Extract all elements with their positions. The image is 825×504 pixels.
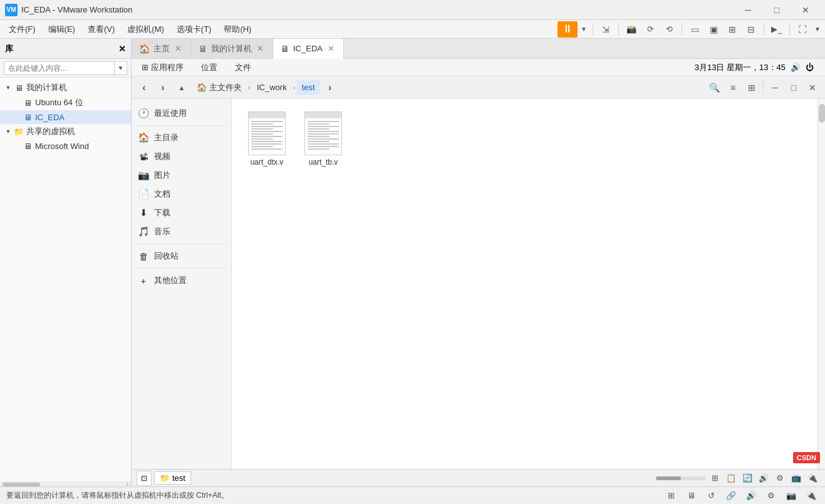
place-recent[interactable]: 🕐 最近使用 (132, 104, 231, 123)
place-music[interactable]: 🎵 音乐 (132, 222, 231, 241)
window-close-button[interactable]: ✕ (804, 79, 821, 96)
sidebar-item-shared-vms[interactable]: ▼ 📁 共享的虚拟机 (0, 124, 131, 139)
terminal-button[interactable]: ▶_ (768, 21, 786, 38)
vm-folder-button[interactable]: 📁 test (154, 471, 191, 485)
nav-parent-button[interactable]: ▲ (173, 79, 190, 96)
status-usb-btn[interactable]: 🔌 (804, 489, 819, 503)
vm-files-button[interactable]: 文件 (231, 61, 255, 75)
search-button[interactable]: 🔍 (705, 79, 723, 96)
nav-forward-button[interactable]: › (154, 79, 172, 96)
place-pictures[interactable]: 📷 图片 (132, 166, 231, 185)
status-grid-btn[interactable]: ⊞ (663, 489, 678, 503)
place-home[interactable]: 🏠 主目录 (132, 128, 231, 147)
dropdown-btn[interactable]: ▼ (579, 21, 589, 38)
file-item-uart-dtx[interactable]: uart_dtx.v (242, 109, 292, 169)
list-view-button[interactable]: ≡ (724, 79, 742, 96)
status-network-btn[interactable]: 🔗 (724, 489, 739, 503)
grid-view-button[interactable]: ⊞ (743, 79, 760, 96)
fullscreen-button[interactable]: ⛶ (794, 21, 811, 38)
menu-file[interactable]: 文件(F) (3, 21, 42, 38)
documents-icon: 📄 (138, 188, 149, 200)
vm-slider[interactable] (656, 476, 706, 480)
menu-help[interactable]: 帮助(H) (217, 21, 257, 38)
sidebar-scroll-right[interactable]: › (127, 481, 128, 486)
vm-detach-button[interactable]: ⊡ (137, 471, 152, 486)
vm-sound-btn[interactable]: 🔊 (756, 471, 771, 485)
vm-plug-btn[interactable]: 🔌 (805, 471, 820, 485)
status-message: 要返回到您的计算机，请将鼠标指针从虚拟机中移出或按 Ctrl+Alt。 (6, 490, 229, 501)
close-button[interactable]: ✕ (791, 0, 820, 20)
layout4-button[interactable]: ⊟ (742, 21, 760, 38)
power-icon[interactable]: ⏻ (806, 63, 814, 72)
sidebar-search-input[interactable] (4, 61, 115, 75)
tab-home[interactable]: 🏠 主页 ✕ (132, 39, 191, 58)
vm-bottom-right: ⊞ 📋 🔄 🔊 ⚙ 📺 🔌 (656, 471, 820, 485)
sidebar-item-my-computer[interactable]: ▼ 🖥 我的计算机 (0, 80, 131, 95)
line12 (251, 148, 283, 150)
menu-edit[interactable]: 编辑(E) (42, 21, 81, 38)
sidebar-close[interactable]: ✕ (118, 44, 126, 54)
window-minimize-button[interactable]: ─ (766, 79, 784, 96)
vm-printer-btn[interactable]: 📺 (789, 471, 804, 485)
sidebar-search-area: ▼ (0, 59, 131, 78)
sound-icon[interactable]: 🔊 (791, 63, 801, 72)
ic-eda-icon: 🖥 (23, 112, 33, 122)
sidebar-item-ubuntu[interactable]: 🖥 Ubuntu 64 位 (0, 95, 131, 110)
line10 (251, 143, 283, 145)
tab-my-computer[interactable]: 🖥 我的计算机 ✕ (191, 39, 273, 58)
layout1-button[interactable]: ▭ (686, 21, 703, 38)
breadcrumb-more[interactable]: › (321, 79, 339, 96)
menu-bar: 文件(F) 编辑(E) 查看(V) 虚拟机(M) 选项卡(T) 帮助(H) ⏸ … (0, 20, 825, 39)
tab-my-computer-close[interactable]: ✕ (256, 43, 265, 54)
sidebar-item-ms-windows[interactable]: 🖥 Microsoft Wind (0, 139, 131, 153)
window-restore-button[interactable]: □ (785, 79, 802, 96)
place-pictures-label: 图片 (154, 170, 170, 181)
snapshot2-button[interactable]: ⟳ (641, 21, 659, 38)
vm-settings-btn[interactable]: ⊞ (707, 471, 722, 485)
tab-ic-eda-close[interactable]: ✕ (326, 43, 336, 54)
maximize-button[interactable]: □ (762, 0, 791, 20)
vm-apps-button[interactable]: ⊞ 应用程序 (138, 61, 187, 75)
ic-eda-tab-icon: 🖥 (281, 44, 289, 54)
place-documents[interactable]: 📄 文档 (132, 185, 231, 203)
status-monitor-btn[interactable]: 🖥 (683, 489, 698, 503)
tab-ic-eda[interactable]: 🖥 IC_EDA ✕ (273, 39, 344, 59)
fullscreen-drop[interactable]: ▼ (812, 21, 822, 38)
tree-toggle-ic-eda (13, 113, 21, 121)
status-camera-btn[interactable]: 📷 (784, 489, 799, 503)
status-gear-btn[interactable]: ⚙ (764, 489, 779, 503)
breadcrumb-test[interactable]: test (297, 80, 320, 95)
breadcrumb-home[interactable]: 🏠 主文件夹 (192, 80, 247, 96)
place-trash[interactable]: 🗑 回收站 (132, 247, 231, 265)
status-refresh-btn[interactable]: ↺ (703, 489, 719, 503)
minimize-button[interactable]: ─ (734, 0, 762, 20)
vm-display-btn[interactable]: 📋 (724, 471, 739, 485)
send-keys-button[interactable]: ⇲ (597, 21, 615, 38)
vm-network-btn[interactable]: 🔄 (740, 471, 755, 485)
place-other[interactable]: + 其他位置 (132, 271, 231, 290)
layout3-button[interactable]: ⊞ (724, 21, 741, 38)
file-scrollbar[interactable] (817, 99, 825, 469)
file-thumb-header (249, 112, 285, 118)
sidebar-item-ic-eda[interactable]: 🖥 IC_EDA (0, 110, 131, 124)
vm-usb-btn[interactable]: ⚙ (772, 471, 787, 485)
menu-vm[interactable]: 虚拟机(M) (121, 21, 170, 38)
place-videos[interactable]: 📽 视频 (132, 147, 231, 166)
tab-home-close[interactable]: ✕ (174, 43, 183, 54)
sidebar-scrollbar[interactable]: › (0, 481, 131, 486)
layout2-button[interactable]: ▣ (705, 21, 722, 38)
status-sound-btn[interactable]: 🔊 (744, 489, 759, 503)
downloads-icon: ⬇ (138, 207, 149, 219)
search-dropdown-arrow[interactable]: ▼ (115, 61, 127, 75)
snapshot3-button[interactable]: ⟲ (660, 21, 678, 38)
menu-view[interactable]: 查看(V) (81, 21, 121, 38)
file-item-uart-tb[interactable]: uart_tb.v (298, 109, 348, 169)
nav-back-button[interactable]: ‹ (135, 79, 153, 96)
breadcrumb-ic-work[interactable]: IC_work (252, 80, 292, 95)
pause-button[interactable]: ⏸ (558, 21, 578, 38)
snapshot-button[interactable]: 📸 (623, 21, 640, 38)
place-downloads[interactable]: ⬇ 下载 (132, 203, 231, 222)
menu-tabs[interactable]: 选项卡(T) (170, 21, 218, 38)
status-bar: 要返回到您的计算机，请将鼠标指针从虚拟机中移出或按 Ctrl+Alt。 ⊞ 🖥 … (0, 486, 825, 504)
vm-places-button[interactable]: 位置 (197, 61, 221, 75)
